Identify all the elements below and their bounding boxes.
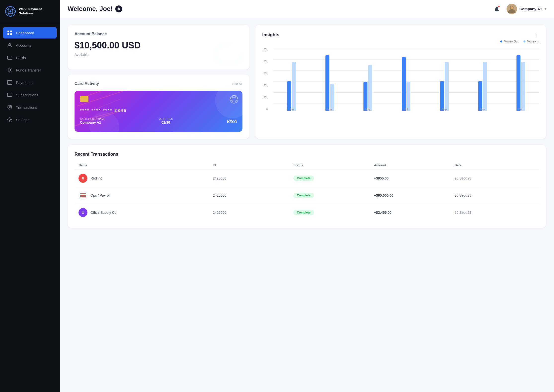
y-label-80k: 80k	[264, 60, 268, 63]
date-cell: 20 Sept 23	[455, 211, 535, 214]
bar-group: Dec	[502, 55, 539, 111]
company-avatar: O	[79, 208, 87, 217]
status-cell: Complete	[293, 193, 374, 198]
x-axis-label: Sep	[426, 108, 463, 111]
sidebar-item-funds-transfer[interactable]: Funds Transfer	[3, 64, 57, 76]
card-activity-title: Card Activity	[75, 81, 99, 86]
main-content: Welcome, Joe!	[60, 0, 554, 392]
bar-money-in	[445, 62, 449, 111]
bar-group: Jul	[388, 55, 425, 111]
bar-money-out	[363, 82, 367, 111]
svg-rect-10	[8, 58, 9, 58]
bar-money-out	[325, 55, 329, 111]
svg-point-22	[230, 98, 238, 101]
x-axis-label: Dec	[502, 108, 539, 111]
cardholder-label: Cardholder Name	[80, 118, 105, 120]
sidebar-item-subscriptions[interactable]: Subscriptions	[3, 89, 57, 101]
svg-point-16	[9, 119, 10, 120]
card-number: **** **** **** 2345	[80, 108, 237, 113]
sidebar-item-transactions[interactable]: Transactions	[3, 102, 57, 113]
credit-card: **** **** **** 2345 Cardholder Name Comp…	[75, 91, 242, 132]
bar-money-in	[292, 62, 296, 111]
svg-point-11	[9, 69, 11, 71]
table-row[interactable]: OOffice Supply Co.2425666Complete+$2,455…	[75, 204, 539, 221]
bar-money-in	[406, 82, 410, 111]
chart-legend: Money Out Money In	[262, 40, 539, 43]
svg-rect-26	[80, 196, 86, 196]
money-in-label: Money In	[527, 40, 539, 43]
notification-badge	[498, 5, 500, 8]
card-activity-header: Card Activity See All	[75, 81, 242, 86]
col-id: ID	[213, 163, 293, 167]
settings-icon	[7, 117, 12, 122]
money-out-label: Money Out	[504, 40, 518, 43]
x-axis-label: Jul	[388, 108, 425, 111]
sidebar-item-accounts[interactable]: Accounts	[3, 39, 57, 51]
y-label-40k: 40k	[264, 84, 268, 87]
header-title: Welcome, Joe!	[68, 5, 122, 13]
bar-group: Jan	[273, 55, 310, 111]
status-badge: Complete	[293, 176, 314, 181]
insights-card: Insights ⋮ Money Out Money In	[255, 25, 546, 139]
bar-group: Nov	[464, 55, 501, 111]
svg-rect-24	[80, 194, 86, 195]
y-label-0: 0	[266, 108, 268, 111]
globe-icon	[230, 95, 238, 104]
company-name-cell: Office Supply Co.	[90, 211, 118, 214]
welcome-text: Welcome, Joe!	[68, 5, 113, 13]
chart-area: JanMarMayJulSepNovDec	[273, 48, 539, 111]
sidebar-item-payments[interactable]: Payments	[3, 77, 57, 88]
id-cell: 2425666	[213, 193, 293, 197]
x-axis-label: Nov	[464, 108, 501, 111]
dashboard-icon	[7, 30, 12, 36]
see-all-button[interactable]: See All	[232, 82, 242, 86]
bar-money-out	[516, 55, 520, 111]
cards-icon	[7, 55, 12, 60]
y-axis-labels: 100k 80k 60k 40k 20k 0	[262, 48, 270, 111]
svg-point-15	[10, 106, 12, 107]
sidebar-logo: Web3 Payment Solutions	[0, 0, 60, 23]
x-axis-label: May	[350, 108, 386, 111]
table-row[interactable]: RRed Inc.2425666Complete+$855.0020 Sept …	[75, 170, 539, 187]
transactions-card: Recent Transactions Name ID Status Amoun…	[68, 145, 546, 228]
x-axis-label: Jan	[273, 108, 310, 111]
cardholder-section: Cardholder Name Company A1	[80, 118, 105, 124]
sidebar-item-cards[interactable]: Cards	[3, 52, 57, 63]
legend-money-out: Money Out	[500, 40, 518, 43]
notifications-button[interactable]	[492, 4, 502, 14]
bar-group: May	[350, 55, 386, 111]
table-header: Name ID Status Amount Date	[75, 161, 539, 170]
logo-icon	[5, 6, 16, 17]
bar-chart: 100k 80k 60k 40k 20k 0	[262, 48, 539, 118]
bar-group: Mar	[311, 55, 348, 111]
transactions-title: Recent Transactions	[75, 152, 539, 157]
bar-money-out	[440, 81, 444, 111]
sidebar-item-dashboard[interactable]: Dashboard	[3, 27, 57, 38]
status-badge: Complete	[293, 210, 314, 215]
insights-menu-button[interactable]: ⋮	[534, 32, 539, 38]
table-row[interactable]: Ops / Payroll2425666Complete+$65,000.002…	[75, 187, 539, 204]
bar-money-in	[483, 62, 487, 111]
sidebar-navigation: Dashboard Accounts Cards	[0, 23, 60, 129]
sidebar-item-label: Settings	[16, 118, 29, 122]
bar-money-out	[478, 81, 482, 111]
svg-rect-13	[7, 93, 12, 97]
bar-money-out	[402, 57, 406, 111]
user-profile[interactable]: Company A1 ▾	[507, 4, 546, 14]
gridline	[273, 48, 539, 48]
sidebar-item-settings[interactable]: Settings	[3, 114, 57, 125]
col-name: Name	[79, 163, 213, 167]
sidebar-item-label: Dashboard	[16, 31, 34, 35]
status-cell: Complete	[293, 210, 374, 215]
sidebar: Web3 Payment Solutions Dashboard	[0, 0, 60, 392]
company-name-cell: Red Inc.	[90, 176, 103, 180]
account-balance-card: Account Balance $10,500.00 USD Available	[68, 25, 249, 70]
content-area: Account Balance $10,500.00 USD Available…	[60, 18, 554, 392]
col-status: Status	[293, 163, 374, 167]
svg-rect-4	[7, 31, 9, 32]
sidebar-item-label: Payments	[16, 80, 33, 85]
company-cell: RRed Inc.	[79, 174, 213, 183]
sidebar-item-label: Funds Transfer	[16, 68, 41, 72]
x-axis-label: Mar	[311, 108, 348, 111]
sidebar-item-label: Accounts	[16, 43, 31, 47]
